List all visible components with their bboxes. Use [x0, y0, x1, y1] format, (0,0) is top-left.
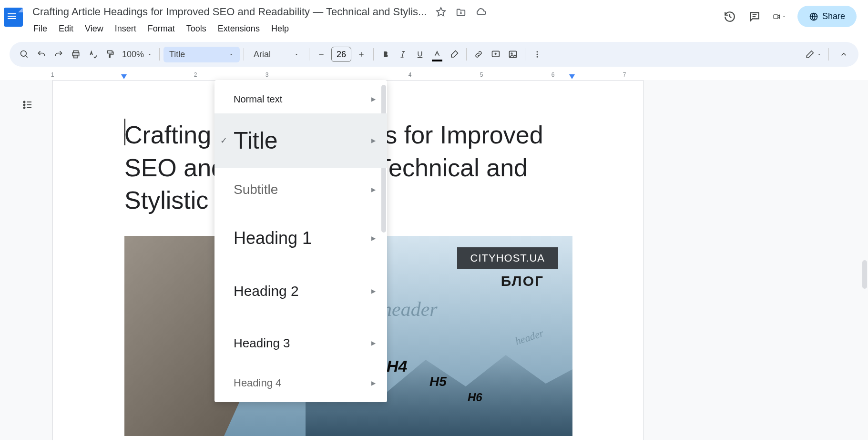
separator	[373, 48, 374, 61]
svg-line-6	[26, 56, 28, 58]
fontsize-input[interactable]	[331, 47, 351, 62]
font-selector[interactable]: Arial	[248, 47, 305, 62]
svg-marker-0	[437, 8, 445, 16]
image-h6-label: H6	[468, 391, 482, 404]
image-badge: CITYHOST.UA	[457, 247, 558, 269]
svg-point-23	[537, 51, 538, 52]
menu-format[interactable]: Format	[143, 22, 180, 36]
menu-extensions[interactable]: Extensions	[213, 22, 265, 36]
canvas-area: Crafting Article Headings for Improved S…	[0, 80, 868, 440]
style-option-subtitle[interactable]: Subtitle ▶	[214, 168, 387, 212]
svg-point-28	[24, 104, 25, 106]
toolbar: 100% Title Arial	[10, 42, 858, 67]
separator	[244, 48, 244, 61]
paint-format-icon[interactable]	[102, 46, 118, 62]
text-cursor	[124, 119, 125, 145]
image-header-text: header	[382, 298, 438, 321]
italic-button[interactable]	[395, 46, 411, 62]
menu-view[interactable]: View	[80, 22, 108, 36]
undo-icon[interactable]	[33, 46, 50, 62]
svg-rect-10	[107, 51, 112, 53]
svg-point-5	[21, 51, 27, 57]
separator	[159, 48, 160, 61]
zoom-selector[interactable]: 100%	[119, 50, 155, 60]
style-option-heading-4[interactable]: Heading 4 ▶	[214, 369, 387, 397]
submenu-arrow-icon: ▶	[371, 380, 376, 386]
spellcheck-icon[interactable]	[85, 46, 101, 62]
style-option-heading-1[interactable]: Heading 1 ▶	[214, 212, 387, 265]
svg-line-16	[402, 51, 404, 57]
submenu-arrow-icon: ▶	[371, 340, 376, 346]
insert-image-button[interactable]	[505, 46, 521, 62]
collapse-toolbar-button[interactable]	[836, 46, 852, 62]
increase-fontsize-button[interactable]	[353, 46, 369, 62]
insert-comment-button[interactable]	[488, 46, 504, 62]
comments-icon[interactable]	[748, 10, 761, 23]
meet-button[interactable]	[773, 10, 786, 23]
globe-icon	[809, 12, 818, 21]
separator	[466, 48, 467, 61]
svg-rect-3	[774, 14, 778, 18]
decrease-fontsize-button[interactable]	[313, 46, 329, 62]
search-icon[interactable]	[16, 46, 32, 62]
bold-button[interactable]	[378, 46, 394, 62]
outline-toggle-button[interactable]	[18, 95, 37, 114]
docs-logo[interactable]	[4, 8, 23, 27]
menu-insert[interactable]: Insert	[110, 22, 141, 36]
check-icon: ✓	[220, 135, 227, 146]
image-blog-label: БЛОГ	[501, 273, 544, 289]
highlight-color-button[interactable]	[446, 46, 462, 62]
insert-link-button[interactable]	[470, 46, 487, 62]
share-label: Share	[822, 11, 845, 21]
text-color-button[interactable]	[429, 46, 445, 62]
menubar: File Edit View Insert Format Tools Exten…	[29, 20, 723, 38]
svg-point-24	[537, 54, 538, 55]
separator	[828, 48, 829, 61]
menu-tools[interactable]: Tools	[182, 22, 211, 36]
horizontal-ruler[interactable]: 1 2 3 4 5 6 7	[52, 71, 839, 80]
separator	[525, 48, 525, 61]
paragraph-style-selector[interactable]: Title	[163, 47, 240, 62]
submenu-arrow-icon: ▶	[371, 96, 376, 102]
app-header: Crafting Article Headings for Improved S…	[0, 0, 868, 38]
chevron-down-icon	[294, 51, 299, 57]
editing-mode-button[interactable]	[806, 46, 822, 62]
style-option-normal-text[interactable]: Normal text ▶	[214, 85, 387, 113]
submenu-arrow-icon: ▶	[371, 235, 376, 242]
svg-point-25	[537, 56, 538, 58]
chevron-down-icon	[228, 51, 234, 57]
image-h4-label: H4	[387, 357, 407, 375]
left-indent-marker[interactable]	[121, 74, 127, 79]
style-option-heading-3[interactable]: Heading 3 ▶	[214, 317, 387, 369]
move-folder-icon[interactable]	[455, 6, 467, 18]
history-icon[interactable]	[723, 10, 736, 23]
separator	[309, 48, 309, 61]
style-option-title[interactable]: ✓ Title ▶	[214, 113, 387, 168]
redo-icon[interactable]	[51, 46, 67, 62]
svg-point-22	[511, 53, 512, 54]
menu-edit[interactable]: Edit	[54, 22, 78, 36]
document-title[interactable]: Crafting Article Headings for Improved S…	[29, 4, 430, 20]
menu-file[interactable]: File	[29, 22, 52, 36]
more-options-button[interactable]	[529, 46, 545, 62]
star-icon[interactable]	[435, 6, 447, 18]
cloud-status-icon[interactable]	[475, 6, 487, 18]
style-option-heading-2[interactable]: Heading 2 ▶	[214, 265, 387, 317]
right-indent-marker[interactable]	[569, 74, 575, 79]
chevron-down-icon	[817, 51, 822, 57]
submenu-arrow-icon: ▶	[371, 186, 376, 193]
menu-help[interactable]: Help	[266, 22, 294, 36]
share-button[interactable]: Share	[797, 6, 857, 27]
submenu-arrow-icon: ▶	[371, 288, 376, 294]
image-header-text-small: header	[513, 327, 545, 348]
underline-button[interactable]	[412, 46, 428, 62]
svg-point-26	[24, 101, 25, 103]
chevron-down-icon	[147, 51, 153, 57]
print-icon[interactable]	[68, 46, 84, 62]
svg-point-30	[24, 107, 25, 109]
submenu-arrow-icon: ▶	[371, 137, 376, 144]
image-h5-label: H5	[429, 374, 447, 389]
vertical-scrollbar[interactable]	[862, 260, 867, 289]
paragraph-styles-dropdown: Normal text ▶ ✓ Title ▶ Subtitle ▶ Headi…	[214, 80, 387, 402]
